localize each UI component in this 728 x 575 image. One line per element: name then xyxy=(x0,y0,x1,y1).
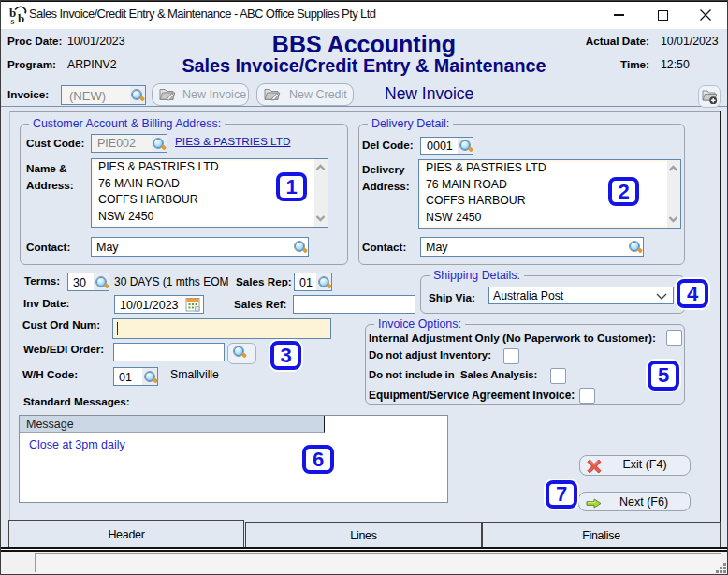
svg-text:s: s xyxy=(11,16,15,25)
svg-text:b: b xyxy=(18,11,24,25)
